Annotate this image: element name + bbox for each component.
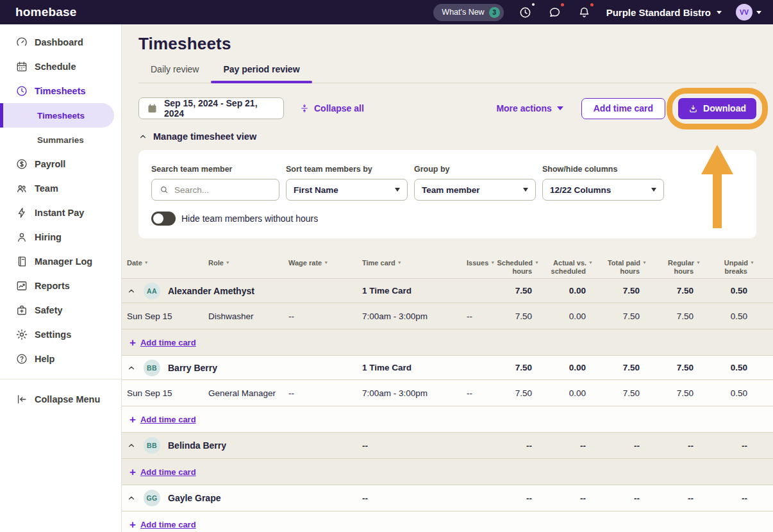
add-time-card-link[interactable]: + Add time card xyxy=(127,519,773,530)
whats-new-button[interactable]: What's New 3 xyxy=(433,4,503,21)
page-title: Timesheets xyxy=(138,34,756,54)
collapse-group-icon[interactable] xyxy=(127,494,136,503)
sidebar-item-timesheets[interactable]: Timesheets xyxy=(0,79,121,103)
date-range-value: Sep 15, 2024 - Sep 21, 2024 xyxy=(164,98,276,119)
toolbar: Sep 15, 2024 - Sep 21, 2024 Collapse all… xyxy=(138,97,756,119)
chevron-down-icon xyxy=(717,11,722,14)
column-header-wage-rate[interactable]: Wage rate▼ xyxy=(288,258,362,267)
unpaid-breaks-value: 0.50 xyxy=(697,312,751,321)
columns-select[interactable]: 12/22 Columns xyxy=(542,179,664,201)
business-switcher[interactable]: Purple Standard Bistro xyxy=(606,7,722,18)
manage-timesheet-view-toggle[interactable]: Manage timesheet view xyxy=(138,131,756,142)
sidebar-item-instant-pay[interactable]: Instant Pay xyxy=(0,201,121,225)
sidebar-item-help[interactable]: Help xyxy=(0,347,121,371)
first-aid-icon xyxy=(15,304,28,317)
column-header-time-card[interactable]: Time card▼ xyxy=(362,258,461,267)
chevron-up-icon xyxy=(138,132,147,141)
chevron-down-icon xyxy=(756,11,761,14)
sort-select[interactable]: First Name xyxy=(286,179,408,201)
clock-notification-dot xyxy=(532,3,535,6)
column-header-regular-hours[interactable]: Regular▼hours xyxy=(643,258,697,276)
sidebar-item-label: Instant Pay xyxy=(35,208,84,218)
user-menu[interactable]: VV xyxy=(736,4,761,21)
total-paid-hours-value: -- xyxy=(589,494,643,503)
book-icon xyxy=(15,255,28,268)
sidebar-subitem-label: Summaries xyxy=(37,135,84,145)
collapse-all-button[interactable]: Collapse all xyxy=(299,103,364,113)
scheduled-hours-value: 7.50 xyxy=(487,286,535,295)
collapse-group-icon[interactable] xyxy=(127,287,136,295)
group-by-select[interactable]: Team member xyxy=(414,179,536,201)
time-clock-icon[interactable] xyxy=(518,4,533,20)
add-time-card-button[interactable]: Add time card xyxy=(581,98,665,119)
collapse-left-icon xyxy=(15,393,28,406)
columns-label: Show/hide columns xyxy=(542,165,664,174)
plus-icon: + xyxy=(129,337,136,348)
sidebar-item-safety[interactable]: Safety xyxy=(0,298,121,322)
sidebar-item-manager-log[interactable]: Manager Log xyxy=(0,249,121,274)
calendar-icon xyxy=(147,103,158,114)
regular-hours-value: 7.50 xyxy=(643,388,697,398)
wage-rate-value: -- xyxy=(288,312,362,321)
time-card-count: -- xyxy=(362,441,461,451)
sidebar-item-reports[interactable]: Reports xyxy=(0,274,121,298)
sidebar-subitem-summaries[interactable]: Summaries xyxy=(0,128,121,152)
actual-vs-scheduled-value: 0.00 xyxy=(535,363,589,372)
avatar: VV xyxy=(736,4,752,21)
add-time-card-row: + Add time card xyxy=(122,511,773,532)
actual-vs-scheduled-value: 0.00 xyxy=(535,286,589,295)
time-card-row[interactable]: Sun Sep 15 Dishwasher -- 7:00am - 3:00pm… xyxy=(122,303,773,329)
download-button[interactable]: Download xyxy=(678,98,756,119)
column-header-issues[interactable]: Issues▼ xyxy=(461,258,487,267)
sidebar-item-hiring[interactable]: Hiring xyxy=(0,225,121,249)
collapse-group-icon[interactable] xyxy=(127,441,136,450)
sidebar-item-payroll[interactable]: Payroll xyxy=(0,152,121,176)
column-header-actual-vs-scheduled[interactable]: Actual vs.▼scheduled xyxy=(535,258,589,276)
clock-icon xyxy=(15,85,28,97)
add-time-card-row: + Add time card xyxy=(122,329,773,356)
collapse-group-icon[interactable] xyxy=(127,363,136,372)
tab-pay-period-review[interactable]: Pay period review xyxy=(211,64,312,83)
sidebar-item-label: Payroll xyxy=(35,159,65,169)
time-card-value: 7:00am - 3:00pm xyxy=(362,388,461,398)
unpaid-breaks-value: -- xyxy=(697,441,751,451)
hide-members-toggle[interactable] xyxy=(151,212,176,226)
role-value: General Manager xyxy=(208,388,288,398)
sidebar: Dashboard Schedule Timesheets Timesheets… xyxy=(0,24,122,532)
add-time-card-link[interactable]: + Add time card xyxy=(127,337,773,348)
column-header-unpaid-breaks[interactable]: Unpaid▼breaks xyxy=(697,258,751,276)
scheduled-hours-value: 7.50 xyxy=(487,388,535,398)
time-card-row[interactable]: Sun Sep 15 General Manager -- 7:00am - 3… xyxy=(122,380,773,406)
column-header-total-paid-hours[interactable]: Total paid▼hours xyxy=(589,258,643,276)
column-header-date[interactable]: Date▼ xyxy=(127,258,208,267)
sidebar-item-schedule[interactable]: Schedule xyxy=(0,54,121,79)
group-by-label: Group by xyxy=(414,165,536,174)
bell-icon[interactable] xyxy=(577,4,592,20)
more-actions-button[interactable]: More actions xyxy=(496,103,563,113)
sidebar-subitem-timesheets[interactable]: Timesheets xyxy=(0,103,114,128)
sidebar-item-settings[interactable]: Settings xyxy=(0,322,121,347)
download-label: Download xyxy=(703,103,746,113)
add-time-card-link[interactable]: + Add time card xyxy=(127,414,773,425)
tab-daily-review[interactable]: Daily review xyxy=(138,64,211,83)
group-header-row: GG Gayle Grape -- -- -- -- -- -- xyxy=(122,485,773,511)
tab-bar: Daily review Pay period review xyxy=(138,64,756,83)
regular-hours-value: 7.50 xyxy=(643,286,697,295)
column-header-role[interactable]: Role▼ xyxy=(208,258,288,267)
column-header-scheduled-hours[interactable]: Scheduled▼hours xyxy=(487,258,535,276)
plus-icon: + xyxy=(129,467,136,478)
people-icon xyxy=(15,182,28,195)
issues-value: -- xyxy=(461,388,487,398)
date-range-picker[interactable]: Sep 15, 2024 - Sep 21, 2024 xyxy=(138,97,284,119)
add-time-card-link[interactable]: + Add time card xyxy=(127,467,773,478)
top-bar: homebase What's New 3 Purple Standard Bi… xyxy=(0,0,773,24)
messages-icon[interactable] xyxy=(547,4,563,20)
group-header-row: BB Belinda Berry -- -- -- -- -- -- xyxy=(122,433,773,459)
collapse-vertical-icon xyxy=(299,103,310,113)
sidebar-item-team[interactable]: Team xyxy=(0,176,121,201)
gauge-icon xyxy=(15,36,28,49)
chart-icon xyxy=(15,279,28,292)
sidebar-item-dashboard[interactable]: Dashboard xyxy=(0,30,121,54)
collapse-menu-button[interactable]: Collapse Menu xyxy=(0,387,121,411)
search-input[interactable] xyxy=(174,185,272,195)
